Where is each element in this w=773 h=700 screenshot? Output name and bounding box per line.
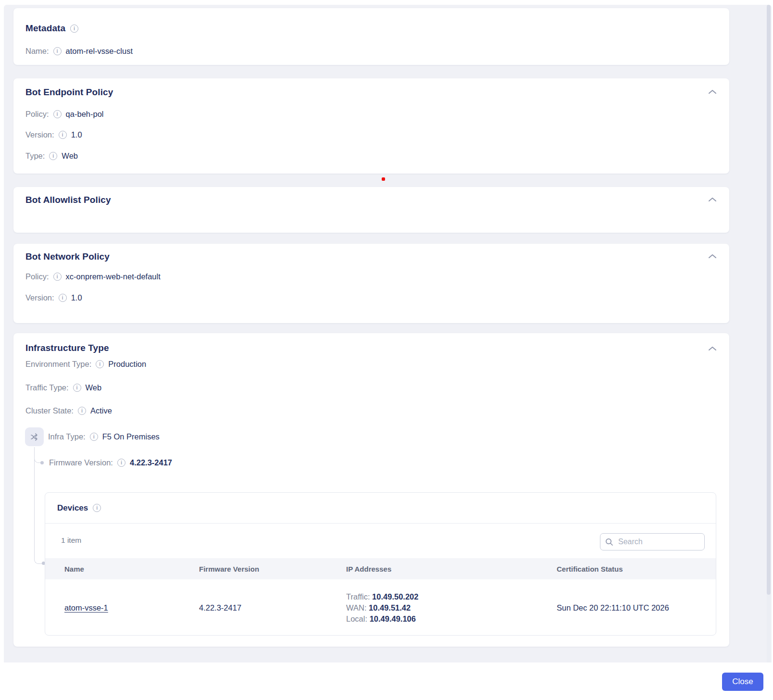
scrollbar-thumb[interactable] (767, 5, 771, 595)
firmware-version-row: Firmware Version: 4.22.3-2417 (49, 458, 172, 467)
ip-traffic: Traffic: 10.49.50.202 (346, 591, 537, 602)
field-value: 4.22.3-2417 (130, 458, 172, 467)
device-name-link[interactable]: atom-vsse-1 (64, 603, 108, 612)
red-dot-marker (382, 177, 385, 181)
field-row: Version: 1.0 (25, 130, 82, 139)
field-row: Policy: xc-onprem-web-net-default (25, 272, 161, 281)
metadata-card: Metadata Name: atom-rel-vsse-clust (13, 8, 729, 65)
info-icon[interactable] (70, 25, 78, 33)
footer-bar (0, 662, 773, 700)
tree-node-dot (40, 461, 44, 464)
field-value: qa-beh-pol (66, 110, 104, 119)
field-label: Environment Type: (25, 360, 91, 369)
chevron-up-icon[interactable] (708, 197, 717, 202)
field-row: Traffic Type: Web (25, 383, 101, 392)
info-icon[interactable] (49, 152, 57, 160)
section-title-text: Bot Endpoint Policy (25, 87, 113, 98)
field-value: F5 On Premises (102, 432, 160, 441)
bot-allowlist-policy-card: Bot Allowlist Policy (13, 187, 729, 233)
field-label: Policy: (25, 272, 49, 281)
info-icon[interactable] (93, 504, 101, 512)
item-count: 1 item (61, 536, 81, 545)
bot-endpoint-policy-title: Bot Endpoint Policy (25, 87, 113, 98)
field-value: Production (108, 360, 146, 369)
section-title-text: Infrastructure Type (25, 343, 109, 353)
field-row: Policy: qa-beh-pol (25, 110, 104, 119)
column-header: Certification Status (537, 565, 716, 573)
column-header: IP Addresses (327, 565, 537, 573)
close-button[interactable]: Close (722, 673, 763, 691)
field-value: 1.0 (71, 130, 82, 139)
search-box[interactable] (600, 533, 705, 550)
devices-header: Devices (45, 493, 716, 524)
infra-type-row: Infra Type: F5 On Premises (48, 432, 160, 441)
chevron-up-icon[interactable] (708, 89, 717, 95)
info-icon[interactable] (53, 110, 62, 118)
field-value: Web (86, 383, 102, 392)
device-cert-cell: Sun Dec 20 22:11:10 UTC 2026 (537, 603, 716, 612)
field-row: Cluster State: Active (25, 406, 112, 415)
bot-network-policy-title: Bot Network Policy (25, 251, 110, 262)
infrastructure-type-title: Infrastructure Type (25, 343, 109, 353)
info-icon[interactable] (53, 47, 62, 55)
infrastructure-type-card: Infrastructure Type Environment Type: Pr… (13, 333, 729, 647)
chevron-up-icon[interactable] (708, 253, 717, 259)
column-header: Firmware Version (180, 565, 327, 573)
scrollbar-track[interactable] (767, 5, 771, 662)
field-value: Web (62, 151, 78, 161)
metadata-title: Metadata (25, 23, 78, 34)
field-label: Firmware Version: (49, 458, 113, 467)
field-label: Name: (25, 47, 49, 56)
info-icon[interactable] (96, 360, 104, 368)
info-icon[interactable] (73, 384, 81, 392)
branch-icon-box[interactable] (25, 427, 44, 446)
device-ip-cell: Traffic: 10.49.50.202 WAN: 10.49.51.42 L… (327, 591, 537, 625)
info-icon[interactable] (53, 273, 62, 281)
section-title-text: Bot Network Policy (25, 251, 110, 262)
field-value: Active (90, 406, 112, 415)
field-value: 1.0 (71, 293, 82, 302)
ip-local: Local: 10.49.49.106 (346, 613, 537, 625)
bot-network-policy-card: Bot Network Policy Policy: xc-onprem-web… (13, 244, 729, 323)
field-label: Version: (25, 293, 54, 302)
info-icon[interactable] (90, 433, 98, 441)
device-firmware-cell: 4.22.3-2417 (180, 603, 327, 612)
field-label: Traffic Type: (25, 383, 69, 392)
ip-wan: WAN: 10.49.51.42 (346, 602, 537, 613)
devices-panel: Devices 1 item Name Firmware Version IP … (45, 492, 716, 636)
devices-title: Devices (57, 503, 101, 513)
bot-endpoint-policy-card: Bot Endpoint Policy Policy: qa-beh-pol V… (13, 78, 729, 174)
field-row: Version: 1.0 (25, 293, 82, 302)
info-icon[interactable] (78, 407, 86, 415)
bot-allowlist-policy-title: Bot Allowlist Policy (25, 195, 111, 205)
section-title-text: Metadata (25, 23, 65, 34)
field-label: Version: (25, 130, 54, 139)
search-input[interactable] (617, 537, 699, 547)
field-row: Environment Type: Production (25, 360, 146, 369)
search-icon (605, 538, 613, 546)
section-title-text: Bot Allowlist Policy (25, 195, 111, 205)
column-header: Name (45, 565, 180, 573)
chevron-up-icon[interactable] (708, 346, 717, 351)
field-label: Policy: (25, 110, 49, 119)
details-panel: Metadata Name: atom-rel-vsse-clust Bot E… (4, 5, 772, 662)
field-label: Cluster State: (25, 406, 74, 415)
field-label: Type: (25, 151, 45, 161)
field-value: xc-onprem-web-net-default (66, 272, 161, 281)
field-value: atom-rel-vsse-clust (66, 47, 133, 56)
info-icon[interactable] (117, 459, 125, 467)
field-row: Name: atom-rel-vsse-clust (25, 47, 133, 56)
field-row: Type: Web (25, 151, 78, 161)
branch-icon (30, 432, 39, 442)
field-label: Infra Type: (48, 432, 86, 441)
tree-connector (34, 447, 42, 564)
devices-table-header: Name Firmware Version IP Addresses Certi… (45, 558, 716, 579)
info-icon[interactable] (59, 131, 67, 139)
info-icon[interactable] (59, 294, 67, 302)
devices-title-text: Devices (57, 503, 88, 513)
table-row: atom-vsse-1 4.22.3-2417 Traffic: 10.49.5… (45, 579, 716, 636)
